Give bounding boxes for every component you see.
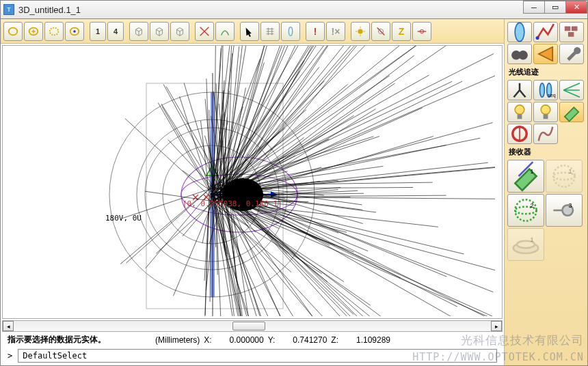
maximize-button[interactable]: ▭ <box>544 1 566 14</box>
right-panel: 光线追迹 seq 接收器 11231 <box>504 19 587 365</box>
z-plane[interactable]: Z <box>392 22 411 41</box>
rx-2[interactable]: 1 <box>546 160 583 193</box>
cube-iso[interactable] <box>170 22 189 41</box>
svg-line-99 <box>214 191 464 316</box>
svg-point-249 <box>541 105 550 115</box>
bricks-icon[interactable] <box>559 22 584 42</box>
svg-point-0 <box>9 27 18 35</box>
rt-circle[interactable] <box>507 124 532 144</box>
optic-axis[interactable] <box>412 22 431 41</box>
path-icon[interactable] <box>533 22 558 42</box>
svg-line-203 <box>158 102 213 197</box>
warn-tool[interactable]: ! <box>306 22 325 41</box>
zoom-eye[interactable] <box>65 22 84 41</box>
units-label: (Millimeters) <box>155 335 200 345</box>
lens-tool[interactable] <box>281 22 300 41</box>
cube-side[interactable] <box>150 22 169 41</box>
svg-point-239 <box>536 36 539 40</box>
scroll-thumb[interactable] <box>232 322 265 330</box>
minimize-button[interactable]: ─ <box>523 1 545 14</box>
zoom-chat[interactable] <box>3 22 23 41</box>
axis-tool[interactable] <box>195 22 214 41</box>
view-4[interactable]: 4 <box>107 22 124 41</box>
z-value: 1.109289 <box>343 335 390 345</box>
select-arrow[interactable] <box>240 22 259 41</box>
rx-4[interactable]: 3 <box>546 194 583 227</box>
svg-point-5 <box>289 27 292 36</box>
rt-wire[interactable] <box>533 124 558 144</box>
zoom-plus[interactable] <box>24 22 43 41</box>
arc-tool[interactable] <box>215 22 235 41</box>
command-input[interactable] <box>18 349 497 363</box>
svg-line-234 <box>215 61 304 188</box>
svg-line-236 <box>223 46 410 189</box>
svg-line-143 <box>163 84 217 184</box>
lens-icon[interactable] <box>507 22 532 42</box>
rx-1[interactable]: 1 <box>507 160 544 193</box>
svg-line-128 <box>219 46 349 186</box>
scroll-right-button[interactable]: ▸ <box>491 321 502 331</box>
svg-line-201 <box>180 96 210 189</box>
titlebar: T 3D_untitled.1_1 ─ ▭ ✕ <box>0 0 588 19</box>
zoom-region[interactable] <box>44 22 64 41</box>
app-icon: T <box>3 4 14 15</box>
svg-line-191 <box>122 189 210 219</box>
svg-point-247 <box>515 105 524 115</box>
svg-line-110 <box>224 186 493 292</box>
rt-3[interactable] <box>559 80 584 100</box>
rt-plane[interactable] <box>559 102 584 122</box>
svg-point-6 <box>358 29 362 33</box>
svg-line-127 <box>223 46 343 193</box>
svg-line-105 <box>211 59 260 192</box>
scroll-left-button[interactable]: ◂ <box>3 321 14 331</box>
y-value: 0.741270 <box>279 335 327 345</box>
cmd-prompt: > <box>8 351 12 361</box>
main-toolbar: 14!!×Z <box>1 19 504 44</box>
wrench-icon[interactable] <box>559 44 584 64</box>
viewport-3d[interactable]: 180V, 0U [0, 0.257038, 0.180 1] <box>2 45 503 319</box>
ray-cone-icon[interactable] <box>533 44 558 64</box>
rt-2[interactable]: seq <box>533 80 558 100</box>
svg-line-93 <box>125 119 215 201</box>
svg-rect-248 <box>518 114 522 119</box>
horizontal-scrollbar[interactable]: ◂ ▸ <box>2 320 503 332</box>
svg-rect-241 <box>572 27 578 31</box>
cube-front[interactable] <box>129 22 148 41</box>
view-1[interactable]: 1 <box>90 22 106 41</box>
svg-line-86 <box>211 197 489 316</box>
svg-line-176 <box>214 81 453 195</box>
svg-point-237 <box>222 178 263 211</box>
command-row: > <box>1 348 504 365</box>
svg-line-144 <box>214 191 495 316</box>
svg-point-238 <box>515 23 524 41</box>
light-tool[interactable] <box>351 22 370 41</box>
nosrc[interactable] <box>371 22 390 41</box>
rt-1[interactable] <box>507 80 532 100</box>
svg-line-131 <box>224 186 495 316</box>
grid-tool[interactable] <box>260 22 280 41</box>
svg-line-196 <box>126 188 211 264</box>
rx-5[interactable]: 1 <box>507 228 544 261</box>
status-prompt: 指示要选择的数据元实体。 <box>8 334 106 346</box>
close-button[interactable]: ✕ <box>565 1 587 14</box>
status-bar: 指示要选择的数据元实体。 (Millimeters) X: 0.000000 Y… <box>1 332 504 348</box>
rx-3[interactable]: 2 <box>507 194 544 227</box>
binoculars-icon[interactable] <box>507 44 532 64</box>
svg-point-2 <box>50 27 59 35</box>
svg-point-4 <box>73 30 76 33</box>
svg-line-140 <box>166 87 224 186</box>
rt-bulb2[interactable] <box>533 102 558 122</box>
rt-bulb1[interactable] <box>507 102 532 122</box>
svg-line-69 <box>216 195 495 279</box>
svg-rect-242 <box>568 32 574 37</box>
svg-rect-250 <box>544 114 548 119</box>
svg-point-245 <box>540 83 545 97</box>
raytrace-section-label: 光线追迹 <box>509 67 585 77</box>
svg-rect-240 <box>565 27 571 31</box>
svg-line-61 <box>120 185 214 264</box>
window-title: 3D_untitled.1_1 <box>18 5 585 15</box>
x-value: 0.000000 <box>216 335 264 345</box>
svg-line-48 <box>222 46 449 185</box>
svg-point-244 <box>518 51 528 60</box>
warn-off[interactable]: !× <box>326 22 345 41</box>
